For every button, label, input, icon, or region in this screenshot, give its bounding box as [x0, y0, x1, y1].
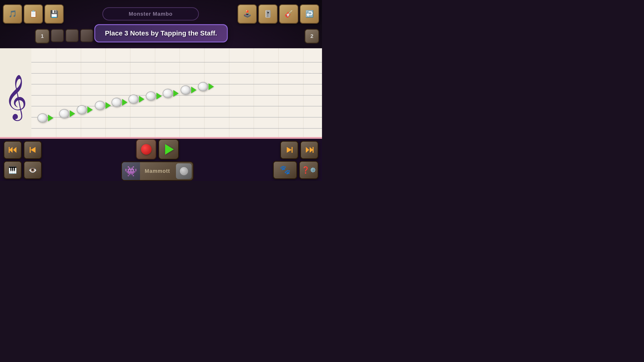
tab-slot-2[interactable] — [66, 29, 79, 42]
undo-button[interactable]: ↩️ — [300, 4, 319, 24]
note-head-3 — [77, 105, 87, 114]
svg-rect-4 — [30, 147, 31, 153]
skip-back-icon — [9, 146, 17, 153]
play-arrow-5 — [122, 99, 128, 106]
svg-marker-5 — [287, 147, 292, 153]
guitar-icon: 🎸 — [284, 10, 293, 18]
step-forward-icon — [285, 146, 294, 153]
play-arrow-10 — [208, 83, 214, 90]
save-icon: 💾 — [50, 10, 58, 18]
monster-name-text: Mammott — [140, 168, 175, 174]
note-4[interactable] — [95, 101, 111, 110]
bottom-bar: 🎹 👁️ 👾 Mammott — [0, 139, 322, 181]
monster-friends-button[interactable]: 🐾 — [273, 161, 297, 179]
instruction-banner: Place 3 Notes by Tapping the Staff. — [94, 24, 228, 42]
top-right-toolbar: 🕹️ 🎚️ 🎸 ↩️ — [238, 4, 319, 24]
page-2-button[interactable]: 2 — [304, 29, 319, 44]
monster-avatar: 👾 — [122, 162, 140, 180]
note-3[interactable] — [77, 105, 93, 114]
staff-area[interactable]: 𝄞 — [0, 48, 322, 140]
note-head-7 — [146, 92, 156, 101]
note-head-9 — [180, 86, 191, 94]
treble-clef-area: 𝄞 — [0, 48, 32, 140]
record-icon — [141, 144, 152, 155]
play-arrow-9 — [191, 87, 196, 94]
notes-library-button[interactable]: 🎵 — [3, 4, 22, 24]
step-back-icon — [29, 146, 37, 153]
svg-marker-8 — [310, 147, 313, 153]
mixer-button[interactable]: 🎚️ — [258, 4, 278, 24]
note-9[interactable] — [180, 86, 196, 94]
note-8[interactable] — [163, 89, 178, 98]
play-arrow-3 — [88, 106, 93, 113]
note-5[interactable] — [112, 98, 128, 107]
record-button[interactable] — [136, 139, 156, 160]
keyboard-icon: 🎹 — [8, 166, 17, 174]
note-head-1 — [38, 114, 48, 122]
gear-icon: ⚙️ — [310, 167, 316, 173]
bottom-left-buttons: 🎹 👁️ — [4, 141, 42, 179]
note-head-4 — [95, 101, 105, 110]
page-1-button[interactable]: 1 — [35, 29, 50, 44]
note-6[interactable] — [128, 94, 144, 104]
music-notes-icon: 🎵 — [8, 10, 17, 18]
note-head-10 — [198, 82, 208, 91]
note-head-2 — [59, 109, 69, 118]
skip-back-button[interactable] — [4, 141, 22, 159]
play-arrow-8 — [173, 90, 178, 97]
mixer-icon: 🎚️ — [264, 10, 272, 18]
treble-clef-symbol: 𝄞 — [4, 77, 27, 116]
svg-marker-0 — [9, 147, 12, 153]
joystick-button[interactable]: 🕹️ — [238, 4, 257, 24]
help-settings-button[interactable]: ❓ ⚙️ — [299, 161, 318, 179]
note-7[interactable] — [146, 92, 162, 101]
play-arrow-1 — [48, 115, 53, 122]
transport-buttons — [136, 139, 179, 160]
clipboard-icon: 📋 — [29, 10, 38, 18]
save-button[interactable]: 💾 — [44, 4, 64, 24]
note-head-8 — [163, 89, 173, 98]
song-title-bar: Monster Mambo — [102, 7, 199, 20]
tab-slots — [51, 29, 94, 42]
play-icon — [165, 144, 174, 155]
note-1[interactable] — [38, 114, 53, 122]
tab-slot-3[interactable] — [80, 29, 94, 42]
step-forward-button[interactable] — [280, 141, 298, 159]
instruments-button[interactable]: 🎸 — [279, 4, 298, 24]
play-arrow-6 — [139, 96, 144, 102]
page-2-label: 2 — [310, 33, 313, 39]
copy-paste-button[interactable]: 📋 — [24, 4, 43, 24]
song-title-text: Monster Mambo — [129, 11, 172, 17]
monster-sound-button[interactable] — [176, 164, 192, 179]
keyboard-button[interactable]: 🎹 — [4, 161, 22, 179]
top-toolbar: 🎵 📋 💾 Monster Mambo 🕹️ 🎚️ 🎸 ↩️ — [0, 0, 322, 28]
play-arrow-2 — [70, 110, 75, 117]
monster-selector[interactable]: 👾 Mammott — [121, 162, 194, 181]
note-2[interactable] — [59, 109, 75, 118]
eye-icon: 👁️ — [28, 166, 37, 174]
note-head-5 — [112, 98, 122, 107]
tab-slot-1[interactable] — [51, 29, 64, 42]
svg-marker-7 — [306, 147, 309, 153]
play-button[interactable] — [158, 139, 179, 160]
sound-icon — [179, 166, 188, 176]
note-10[interactable] — [198, 82, 214, 91]
svg-rect-2 — [9, 147, 10, 153]
play-arrow-7 — [156, 93, 162, 100]
step-back-button[interactable] — [24, 141, 42, 159]
svg-rect-6 — [292, 147, 292, 153]
transport-center: 👾 Mammott — [44, 139, 270, 181]
svg-rect-9 — [312, 147, 314, 153]
page-1-label: 1 — [41, 33, 44, 39]
joystick-icon: 🕹️ — [243, 10, 252, 18]
note-head-6 — [128, 94, 138, 104]
skip-forward-button[interactable] — [300, 141, 318, 159]
skip-forward-icon — [305, 146, 314, 153]
undo-icon: ↩️ — [305, 10, 314, 18]
bottom-right-buttons: 🐾 ❓ ⚙️ — [273, 141, 318, 179]
question-settings-icon: ❓ — [302, 166, 310, 174]
play-arrow-4 — [106, 102, 111, 109]
eye-button[interactable]: 👁️ — [24, 161, 42, 179]
instruction-text: Place 3 Notes by Tapping the Staff. — [105, 30, 217, 37]
svg-marker-1 — [13, 147, 16, 153]
